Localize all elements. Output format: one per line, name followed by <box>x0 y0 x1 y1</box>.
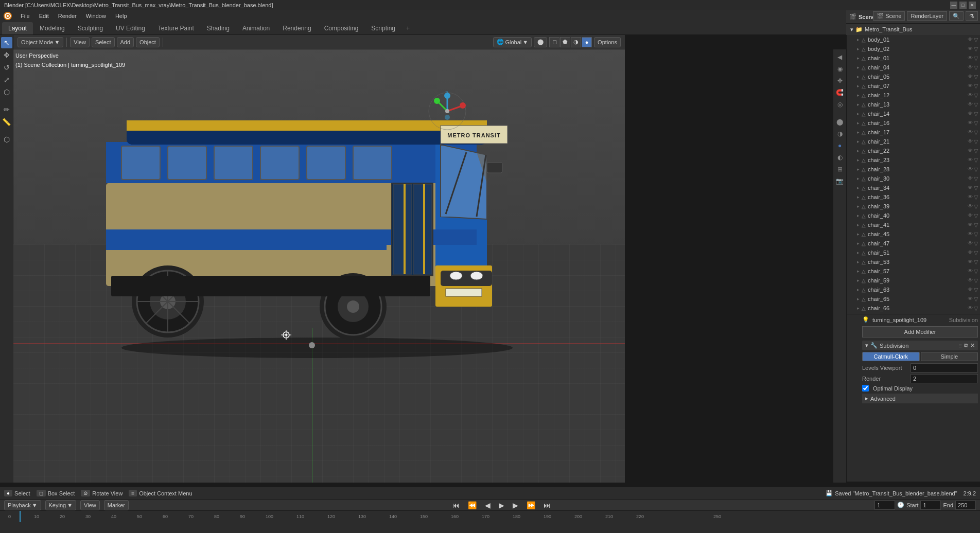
marker-menu[interactable]: Marker <box>104 500 129 510</box>
visibility-icon[interactable]: 👁 <box>968 74 973 80</box>
visibility-icon[interactable]: 👁 <box>968 111 973 117</box>
visibility-icon[interactable]: 👁 <box>968 305 973 312</box>
prev-keyframe-btn[interactable]: ⏪ <box>466 500 479 510</box>
visibility-icon[interactable]: 👁 <box>968 120 973 127</box>
tab-scripting[interactable]: Scripting <box>365 22 401 34</box>
view-menu-button[interactable]: View <box>70 37 90 47</box>
scene-list-item[interactable]: ▸△chair_14👁▽ <box>847 109 980 118</box>
scene-list-item[interactable]: ▸△chair_34👁▽ <box>847 183 980 192</box>
select-icon[interactable]: ▽ <box>974 138 978 145</box>
scene-list-item[interactable]: ▸△chair_53👁▽ <box>847 257 980 266</box>
scene-list-item[interactable]: ▸△chair_36👁▽ <box>847 192 980 202</box>
tab-modeling[interactable]: Modeling <box>33 22 71 34</box>
visibility-icon[interactable]: 👁 <box>968 148 973 154</box>
scene-list-item[interactable]: ▸△chair_63👁▽ <box>847 285 980 294</box>
frame-all-btn[interactable]: ⊞ <box>834 164 846 175</box>
scene-list-item[interactable]: ▸△chair_07👁▽ <box>847 81 980 91</box>
rendered-shading-btn[interactable]: ● <box>582 37 592 47</box>
tab-rendering[interactable]: Rendering <box>276 22 317 34</box>
visibility-icon[interactable]: 👁 <box>968 296 973 303</box>
viewport-overlay-toggle[interactable]: ⬤ <box>834 116 846 128</box>
filter-btn[interactable]: ⚗ <box>966 11 978 21</box>
select-menu-button[interactable]: Select <box>92 37 115 47</box>
add-menu-button[interactable]: Add <box>117 37 134 47</box>
scene-list-item[interactable]: ▸△chair_66👁▽ <box>847 304 980 313</box>
timeline-ruler[interactable]: 0 10 20 30 40 50 60 70 80 90 100 110 120… <box>0 511 980 522</box>
sidebar-toggle[interactable]: ◀ <box>834 51 846 63</box>
catmull-clark-tab[interactable]: Catmull-Clark <box>862 352 920 361</box>
scene-list-item[interactable]: ▸△chair_59👁▽ <box>847 276 980 285</box>
select-icon[interactable]: ▽ <box>974 111 978 117</box>
main-viewport[interactable]: User Perspective (1) Scene Collection | … <box>13 49 625 483</box>
modifier-x-icon[interactable]: ✕ <box>970 342 975 349</box>
render-input[interactable]: 2 <box>911 374 978 383</box>
move-tool[interactable]: ✥ <box>1 49 12 61</box>
visibility-icon[interactable]: 👁 <box>968 185 973 191</box>
select-icon[interactable]: ▽ <box>974 250 978 256</box>
viewport-gizmo[interactable]: X Y Z <box>427 91 473 137</box>
scale-tool[interactable]: ⤢ <box>1 74 12 85</box>
select-icon[interactable]: ▽ <box>974 101 978 108</box>
rendered-view-btn[interactable]: ● <box>834 140 846 151</box>
scene-list-item[interactable]: ▸△chair_65👁▽ <box>847 294 980 304</box>
select-icon[interactable]: ▽ <box>974 64 978 71</box>
visibility-icon[interactable]: 👁 <box>968 157 973 164</box>
scene-list-item[interactable]: ▸△body_02👁▽ <box>847 44 980 54</box>
visibility-icon[interactable]: 👁 <box>968 46 973 52</box>
select-icon[interactable]: ▽ <box>974 175 978 182</box>
tab-texture-paint[interactable]: Texture Paint <box>152 22 200 34</box>
maximize-button[interactable]: □ <box>959 2 967 9</box>
material-shading-btn[interactable]: ◑ <box>571 37 581 47</box>
select-icon[interactable]: ▽ <box>974 37 978 43</box>
select-icon[interactable]: ▽ <box>974 296 978 303</box>
scene-list-item[interactable]: ▸△chair_41👁▽ <box>847 220 980 229</box>
visibility-icon[interactable]: 👁 <box>968 212 973 219</box>
menu-render[interactable]: Render <box>54 12 81 20</box>
xray-toggle[interactable]: ◑ <box>834 128 846 139</box>
options-button[interactable]: Options <box>594 37 621 47</box>
simple-tab[interactable]: Simple <box>921 352 978 361</box>
keying-menu[interactable]: Keying ▼ <box>45 500 77 510</box>
scene-list-item[interactable]: ▸△chair_01👁▽ <box>847 54 980 63</box>
solid-shading-btn[interactable]: ⬟ <box>560 37 570 47</box>
start-frame-input[interactable]: 1 <box>920 501 941 510</box>
levels-viewport-input[interactable]: 0 <box>911 363 978 372</box>
scene-list-item[interactable]: ▸△chair_28👁▽ <box>847 165 980 174</box>
add-modifier-button[interactable]: Add Modifier <box>862 326 978 337</box>
menu-file[interactable]: File <box>16 12 34 20</box>
select-icon[interactable]: ▽ <box>974 157 978 164</box>
prev-frame-btn[interactable]: ◀ <box>483 500 493 510</box>
scene-dropdown[interactable]: 🎬 Scene <box>873 11 905 21</box>
select-icon[interactable]: ▽ <box>974 212 978 219</box>
select-icon[interactable]: ▽ <box>974 148 978 154</box>
visibility-icon[interactable]: 👁 <box>968 240 973 247</box>
select-icon[interactable]: ▽ <box>974 83 978 90</box>
object-mode-button[interactable]: Object Mode ▼ <box>18 37 63 47</box>
visibility-icon[interactable]: 👁 <box>968 138 973 145</box>
search-btn[interactable]: 🔍 <box>949 11 964 21</box>
scene-list-item[interactable]: ▸△chair_39👁▽ <box>847 202 980 211</box>
tab-sculpting[interactable]: Sculpting <box>72 22 109 34</box>
close-button[interactable]: ✕ <box>969 2 976 9</box>
select-icon[interactable]: ▽ <box>974 231 978 238</box>
visibility-icon[interactable]: 👁 <box>968 259 973 265</box>
scene-list-item[interactable]: ▸△chair_30👁▽ <box>847 174 980 183</box>
tab-add[interactable]: + <box>402 23 414 34</box>
visibility-icon[interactable]: 👁 <box>968 83 973 90</box>
select-icon[interactable]: ▽ <box>974 305 978 312</box>
visibility-icon[interactable]: 👁 <box>968 64 973 71</box>
jump-end-btn[interactable]: ⏭ <box>541 500 553 510</box>
tab-layout[interactable]: Layout <box>2 22 33 34</box>
jump-start-btn[interactable]: ⏮ <box>450 500 462 510</box>
scene-list-item[interactable]: ▸△chair_47👁▽ <box>847 239 980 248</box>
select-icon[interactable]: ▽ <box>974 120 978 127</box>
select-icon[interactable]: ▽ <box>974 194 978 201</box>
menu-edit[interactable]: Edit <box>35 12 53 20</box>
camera-view-btn[interactable]: 📷 <box>834 175 846 187</box>
proportional-icon[interactable]: ◎ <box>834 99 846 110</box>
scene-list-item[interactable]: ▸△chair_23👁▽ <box>847 155 980 165</box>
select-icon[interactable]: ▽ <box>974 222 978 228</box>
scene-list-item[interactable]: ▸△chair_12👁▽ <box>847 91 980 100</box>
metro-transit-bus-item[interactable]: ▾ 📁 Metro_Transit_Bus <box>848 25 978 34</box>
next-frame-btn[interactable]: ▶ <box>511 500 520 510</box>
